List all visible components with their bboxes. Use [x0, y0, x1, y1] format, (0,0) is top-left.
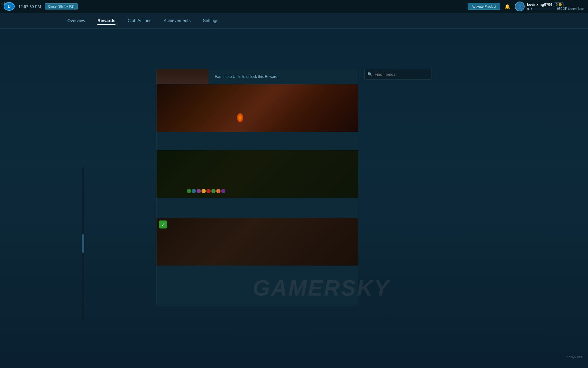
- scrollbar-thumb[interactable]: [82, 234, 84, 253]
- flower-yellow: [202, 189, 206, 193]
- activate-product-button[interactable]: Activate Product: [468, 3, 500, 10]
- reward-partial-item: Earn more Units to unlock this Reward.: [156, 69, 358, 84]
- flower-violet: [221, 189, 225, 193]
- partial-thumbnail: [156, 69, 209, 84]
- unlocked-check-badge: ✓: [159, 220, 167, 228]
- rewards-container: Earn more Units to unlock this Reward. S…: [156, 69, 358, 368]
- flower-green: [187, 189, 191, 193]
- nav-achievements[interactable]: Achievements: [164, 17, 191, 25]
- flower-blue: [192, 189, 196, 193]
- watermark-newyx: newyx.net: [567, 355, 582, 359]
- friends-search-wrapper: 🔍: [364, 69, 432, 80]
- os-info: ♦ 59: [1, 2, 7, 6]
- username-row: kevinxing0704 0: [527, 2, 584, 7]
- flower-purple: [197, 189, 201, 193]
- username: kevinxing0704: [527, 2, 552, 7]
- nav-settings[interactable]: Settings: [203, 17, 218, 25]
- xp-text: 950 XP to next level: [557, 7, 584, 10]
- reward-info-kapala: Kapala Shard Sharpened bone shards, perf…: [358, 218, 358, 305]
- topbar-time: 12:57:30 PM: [18, 4, 41, 9]
- flower-red: [206, 189, 211, 193]
- flower-group: [187, 189, 225, 193]
- scrollbar-track[interactable]: [82, 167, 84, 320]
- search-icon: 🔍: [368, 72, 372, 77]
- nav-rewards[interactable]: Rewards: [97, 17, 115, 25]
- level-number: 9: [527, 7, 529, 11]
- reward-item-shamans-perk[interactable]: Shaman's Perk Gain extra herbs for craft…: [156, 150, 358, 218]
- main-content: Earn more Units to unlock this Reward. S…: [0, 29, 588, 368]
- reward-info-soundtrack: Soundtrack Selected tracks of the offici…: [358, 84, 358, 150]
- reward-info-shaman: Shaman's Perk Gain extra herbs for craft…: [358, 150, 358, 218]
- gold-icon: [559, 3, 562, 6]
- user-info: kevinxing0704 0 9 950 XP to next level: [527, 2, 584, 11]
- nav-club-actions[interactable]: Club Actions: [128, 17, 152, 25]
- find-friends-input[interactable]: [364, 69, 432, 80]
- reward-item-soundtrack[interactable]: Soundtrack Selected tracks of the offici…: [156, 84, 358, 150]
- reward-thumbnail-kapala: ✓: [156, 218, 358, 266]
- flower-green2: [211, 189, 216, 193]
- xp-bar: [531, 8, 555, 10]
- close-button[interactable]: Close (Shift + F2): [45, 3, 78, 10]
- currency-badge: 0: [554, 2, 564, 7]
- reward-item-kapala[interactable]: ✓ Kapala Shard Sharpened bone shards, pe…: [156, 218, 358, 305]
- avatar: 👤: [515, 2, 525, 11]
- sidebar: 🔍: [364, 69, 432, 368]
- rewards-list: Earn more Units to unlock this Reward. S…: [156, 69, 358, 305]
- partial-status: Earn more Units to unlock this Reward.: [209, 75, 285, 79]
- topbar: U 12:57:30 PM Close (Shift + F2) Activat…: [0, 0, 588, 13]
- flower-orange: [216, 189, 221, 193]
- reward-thumbnail-shaman: [156, 150, 358, 198]
- xp-row: 9 950 XP to next level: [527, 7, 584, 11]
- notification-bell-icon[interactable]: 🔔: [504, 4, 511, 10]
- nav-overview[interactable]: Overview: [67, 17, 85, 25]
- xp-bar-fill: [531, 8, 532, 10]
- currency-value: 0: [556, 3, 558, 6]
- reward-thumbnail-soundtrack: [156, 84, 358, 132]
- user-section: 👤 kevinxing0704 0 9 950 XP to next level: [515, 2, 584, 11]
- nav-bar: Overview Rewards Club Actions Achievemen…: [0, 13, 588, 29]
- topbar-left: U 12:57:30 PM Close (Shift + F2): [4, 2, 78, 11]
- topbar-right: Activate Product 🔔 👤 kevinxing0704 0 9: [468, 2, 584, 11]
